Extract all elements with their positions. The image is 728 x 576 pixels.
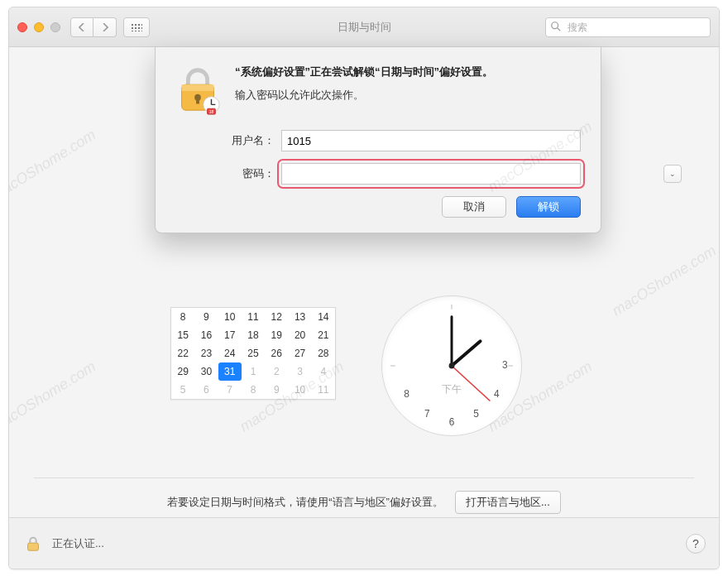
password-label: 密码：	[172, 166, 281, 181]
calendar-day[interactable]: 14	[312, 308, 335, 326]
format-hint-row: 若要设定日期与时间格式，请使用“语言与地区”偏好设置。 打开语言与地区...	[9, 491, 719, 514]
calendar-day[interactable]: 12	[265, 308, 288, 326]
calendar-day[interactable]: 23	[194, 344, 218, 362]
svg-line-1	[558, 27, 560, 30]
nav-button-group	[70, 17, 117, 37]
calendar-day[interactable]: 9	[194, 308, 218, 326]
calendar-day[interactable]: 5	[171, 381, 194, 399]
calendar-day[interactable]: 15	[171, 326, 194, 344]
username-input[interactable]	[281, 130, 581, 151]
search-icon	[550, 21, 562, 32]
calendar[interactable]: 8910111213141516171819202122232425262728…	[170, 307, 336, 400]
svg-text:7: 7	[424, 408, 430, 420]
footer: 正在认证... ?	[9, 517, 719, 569]
svg-text:8: 8	[404, 388, 410, 400]
svg-point-0	[552, 22, 558, 28]
analog-clock: 345678 下午	[381, 295, 522, 436]
auth-status-text: 正在认证...	[52, 536, 104, 551]
calendar-day[interactable]: 31	[218, 362, 242, 381]
password-input[interactable]	[281, 163, 581, 185]
server-dropdown-button[interactable]: ⌄	[663, 165, 682, 183]
svg-point-15	[449, 363, 455, 369]
calendar-day[interactable]: 30	[194, 362, 218, 381]
help-button[interactable]: ?	[686, 534, 706, 554]
chevron-down-icon: ⌄	[669, 170, 676, 178]
calendar-day[interactable]: 7	[218, 381, 242, 399]
calendar-day[interactable]: 3	[288, 362, 311, 381]
help-icon: ?	[692, 537, 699, 550]
calendar-day[interactable]: 9	[265, 381, 288, 399]
unlock-button[interactable]: 解锁	[516, 196, 581, 218]
calendar-day[interactable]: 19	[265, 326, 288, 344]
forward-button[interactable]	[93, 17, 117, 37]
window-controls	[17, 22, 60, 32]
dialog-headline: “系统偏好设置”正在尝试解锁“日期与时间”偏好设置。	[235, 64, 581, 80]
lock-icon[interactable]	[22, 533, 44, 554]
calendar-day[interactable]: 8	[171, 308, 194, 326]
calendar-day[interactable]: 2	[265, 362, 288, 381]
calendar-day[interactable]: 10	[288, 381, 311, 399]
svg-text:4: 4	[494, 388, 500, 400]
minimize-window-button[interactable]	[34, 22, 44, 32]
svg-rect-16	[28, 543, 39, 550]
back-button[interactable]	[70, 17, 93, 37]
svg-text:18: 18	[209, 110, 214, 114]
calendar-day[interactable]: 11	[242, 308, 265, 326]
cancel-button[interactable]: 取消	[442, 196, 506, 218]
calendar-day[interactable]: 1	[242, 362, 265, 381]
format-hint-text: 若要设定日期与时间格式，请使用“语言与地区”偏好设置。	[167, 495, 443, 510]
svg-rect-18	[182, 84, 214, 91]
calendar-day[interactable]: 21	[312, 326, 335, 344]
separator	[34, 478, 694, 478]
calendar-day[interactable]: 27	[288, 344, 311, 362]
toolbar: 日期与时间	[9, 7, 719, 47]
clock-ampm-label: 下午	[442, 382, 462, 396]
auth-dialog: 18 “系统偏好设置”正在尝试解锁“日期与时间”偏好设置。 输入密码以允许此次操…	[155, 47, 601, 233]
calendar-day[interactable]: 16	[194, 326, 218, 344]
calendar-day[interactable]: 26	[265, 344, 288, 362]
unlock-button-label: 解锁	[538, 199, 559, 214]
calendar-day[interactable]: 6	[194, 381, 218, 399]
zoom-window-button	[50, 22, 60, 32]
calendar-day[interactable]: 24	[218, 344, 242, 362]
prefs-window: 日期与时间 ⌄ 89101112131415161718192021222324…	[8, 7, 720, 569]
calendar-day[interactable]: 17	[218, 326, 242, 344]
username-label: 用户名：	[172, 133, 281, 148]
svg-rect-20	[196, 98, 199, 104]
calendar-day[interactable]: 11	[312, 381, 335, 399]
lock-large-icon: 18	[172, 64, 223, 115]
grid-icon	[131, 23, 142, 31]
calendar-day[interactable]: 13	[288, 308, 311, 326]
calendar-day[interactable]: 29	[171, 362, 194, 381]
svg-text:5: 5	[473, 408, 479, 420]
calendar-day[interactable]: 20	[288, 326, 311, 344]
calendar-day[interactable]: 25	[242, 344, 265, 362]
search-input[interactable]	[545, 17, 711, 37]
open-language-region-button[interactable]: 打开语言与地区...	[455, 491, 561, 514]
calendar-day[interactable]: 22	[171, 344, 194, 362]
calendar-day[interactable]: 10	[218, 308, 242, 326]
calendar-day[interactable]: 8	[242, 381, 265, 399]
calendar-day[interactable]: 28	[312, 344, 335, 362]
show-all-button[interactable]	[123, 17, 150, 37]
cancel-button-label: 取消	[463, 199, 485, 214]
dialog-subtext: 输入密码以允许此次操作。	[235, 89, 581, 103]
calendar-day[interactable]: 18	[242, 326, 265, 344]
svg-text:3: 3	[502, 359, 508, 371]
close-window-button[interactable]	[17, 22, 27, 32]
calendar-day[interactable]: 4	[312, 362, 335, 381]
svg-line-12	[452, 341, 481, 366]
